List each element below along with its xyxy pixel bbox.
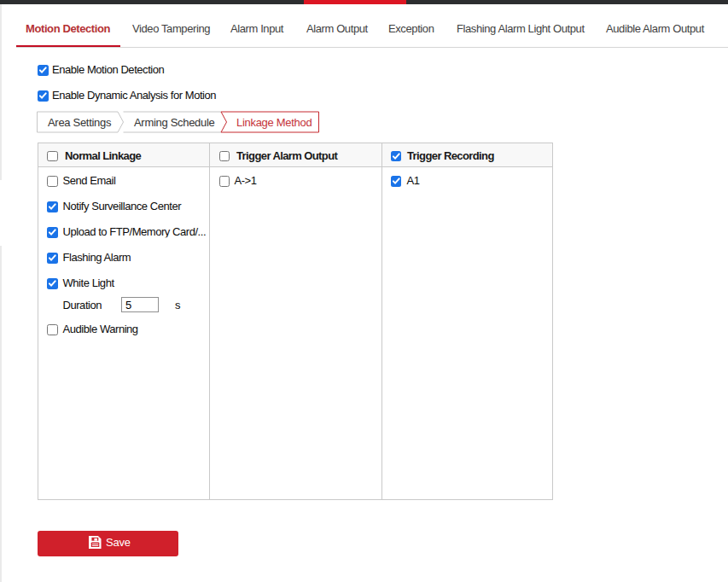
svg-text:Area Settings: Area Settings [48, 116, 112, 129]
svg-text:Arming Schedule: Arming Schedule [134, 116, 215, 129]
svg-text:Linkage Method: Linkage Method [236, 116, 312, 129]
